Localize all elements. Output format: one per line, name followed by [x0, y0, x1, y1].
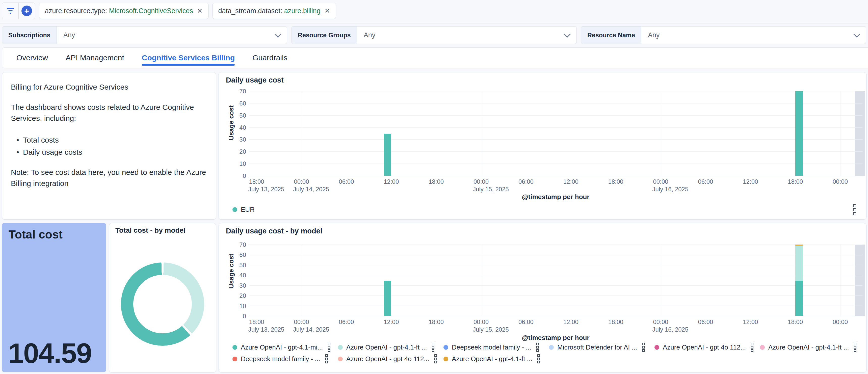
x-gridline	[302, 91, 302, 176]
remove-filter-icon[interactable]: ✕	[197, 7, 203, 15]
bar-segment	[795, 246, 803, 281]
y-axis-tick-label: 20	[234, 292, 246, 299]
legend-label: Azure OpenAI - gpt 4o 112...	[663, 343, 746, 351]
filter-icon	[7, 8, 14, 13]
x-axis-tick-label: 00:00	[473, 318, 489, 325]
legend-item[interactable]: EUR	[232, 206, 338, 214]
legend-item[interactable]: Azure OpenAI - gpt-4.1-mi...	[232, 343, 338, 352]
x-axis-date-label: July 16, 2025	[652, 326, 688, 333]
y-axis-tick-label: 50	[234, 112, 246, 119]
y-gridline	[249, 151, 863, 152]
chevron-down-icon	[564, 31, 571, 38]
y-axis-tick-label: 30	[234, 136, 246, 143]
legend-item[interactable]: Deepseek model family - ...	[443, 343, 549, 352]
legend-options-icon[interactable]	[854, 343, 857, 352]
control-value: Any	[641, 27, 855, 44]
x-axis-tick-label: 18:00	[608, 178, 623, 185]
legend-options-icon[interactable]	[328, 343, 331, 352]
x-axis-tick-label: 00:00	[653, 178, 668, 185]
legend-item[interactable]: Deepseek model family - ...	[232, 354, 338, 364]
panel-title: Daily usage cost	[226, 76, 284, 84]
legend-label: Microsoft Defender for AI ...	[557, 343, 637, 351]
legend-item[interactable]: Azure OpenAI - gpt-4.1-ft ...	[338, 343, 443, 352]
panel-title: Total cost - by model	[115, 226, 186, 235]
resource-name-select[interactable]: Resource Name Any	[581, 26, 866, 44]
control-label: Subscriptions	[2, 27, 57, 44]
y-axis-tick-label: 50	[234, 262, 246, 269]
y-gridline	[249, 275, 863, 275]
panel-options-icon[interactable]	[853, 204, 856, 215]
x-axis-date-label: July 15, 2025	[473, 186, 509, 193]
bar-segment	[795, 91, 803, 176]
x-axis-title: @timestamp per hour	[249, 193, 863, 201]
donut-chart	[121, 262, 204, 346]
chevron-down-icon	[854, 31, 860, 38]
chevron-down-icon	[274, 31, 281, 38]
legend-color-dot	[232, 356, 237, 362]
legend-options-icon[interactable]	[642, 343, 645, 352]
tab-api-management[interactable]: API Management	[66, 48, 124, 68]
total-cost-by-model-panel: Total cost - by model	[109, 223, 216, 373]
filter-options-button[interactable]	[2, 3, 19, 19]
tab-cognitive-services-billing[interactable]: Cognitive Services Billing	[142, 48, 235, 68]
legend-options-icon[interactable]	[432, 343, 434, 352]
bar-segment	[795, 281, 803, 316]
daily-usage-cost-by-model-panel: Daily usage cost - by model Usage cost 0…	[219, 223, 867, 373]
legend-item[interactable]: Azure OpenAI - gpt 4o 112...	[338, 354, 443, 364]
y-axis-tick-label: 10	[234, 160, 246, 167]
y-axis-title: Usage cost	[227, 105, 235, 140]
legend-item[interactable]: Azure OpenAI - gpt-4.1-ft ...	[443, 354, 549, 364]
filter-bar: + azure.resource.type: Microsoft.Cogniti…	[2, 2, 336, 19]
legend-options-icon[interactable]	[751, 343, 753, 352]
legend-color-dot	[760, 345, 765, 350]
dashboard-tabs: Overview API Management Cognitive Servic…	[2, 48, 868, 68]
legend-options-icon[interactable]	[326, 354, 328, 364]
legend-color-dot	[232, 345, 237, 350]
tab-overview[interactable]: Overview	[17, 48, 48, 68]
legend-item[interactable]: Azure OpenAI - gpt-4.1-ft ...	[760, 343, 866, 352]
info-paragraph: The dashboard shows costs related to Azu…	[11, 102, 207, 124]
daily-usage-cost-panel: Daily usage cost Usage cost 010203040506…	[219, 72, 867, 220]
x-axis-tick-label: 12:00	[563, 178, 579, 185]
legend-color-dot	[338, 345, 343, 350]
x-axis-tick-label: 00:00	[294, 178, 309, 185]
resource-groups-select[interactable]: Resource Groups Any	[291, 26, 577, 44]
legend-item[interactable]: Microsoft Defender for AI ...	[549, 343, 654, 352]
x-axis-tick-label: 12:00	[743, 318, 758, 325]
chart-plot-area: 01020304050607018:00July 13, 202500:00Ju…	[249, 91, 863, 176]
y-gridline	[249, 306, 863, 306]
subscriptions-select[interactable]: Subscriptions Any	[2, 26, 287, 44]
x-axis-tick-label: 00:00	[294, 318, 309, 325]
y-axis-tick-label: 60	[234, 251, 246, 258]
tab-guardrails[interactable]: Guardrails	[252, 48, 287, 68]
x-axis-tick-label: 12:00	[384, 178, 399, 185]
filter-field: data_stream.dataset:	[218, 7, 284, 15]
x-axis-tick-label: 12:00	[563, 318, 579, 325]
legend-color-dot	[338, 356, 343, 362]
x-axis-tick-label: 18:00	[788, 318, 803, 325]
legend-label: Azure OpenAI - gpt 4o 112...	[346, 355, 429, 363]
remove-filter-icon[interactable]: ✕	[324, 7, 330, 15]
x-axis-tick-label: 12:00	[384, 318, 399, 325]
legend-item[interactable]: Azure OpenAI - gpt 4o 112...	[654, 343, 760, 352]
info-bullet: Total costs	[11, 134, 207, 146]
legend-options-icon[interactable]	[536, 343, 539, 352]
x-gridline	[302, 245, 302, 316]
control-label: Resource Name	[581, 27, 641, 44]
legend-options-icon[interactable]	[537, 354, 540, 364]
chart-legend: Azure OpenAI - gpt-4.1-mi...Azure OpenAI…	[232, 341, 866, 365]
plus-icon: +	[22, 5, 32, 16]
y-axis-tick-label: 0	[234, 313, 246, 320]
y-gridline	[249, 115, 863, 116]
filter-pill-resource-type[interactable]: azure.resource.type: Microsoft.Cognitive…	[39, 3, 209, 19]
legend-options-icon[interactable]	[434, 354, 437, 364]
y-gridline	[249, 265, 863, 265]
y-gridline	[249, 139, 863, 139]
filter-pill-dataset[interactable]: data_stream.dataset: azure.billing ✕	[213, 3, 336, 19]
topbar-divider	[0, 23, 868, 24]
panel-title: Daily usage cost - by model	[226, 227, 322, 235]
add-filter-button[interactable]: +	[19, 3, 35, 19]
y-axis-tick-label: 10	[234, 303, 246, 310]
x-axis-tick-label: 00:00	[653, 318, 668, 325]
x-axis-tick-label: 00:00	[833, 178, 848, 185]
